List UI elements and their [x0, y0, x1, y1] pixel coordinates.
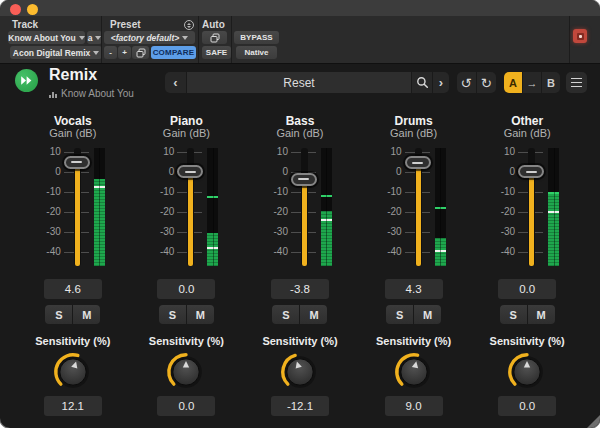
safe-button[interactable]: SAFE: [202, 46, 231, 59]
sensitivity-knob[interactable]: [52, 351, 94, 393]
window-titlebar: [0, 0, 600, 16]
gain-fader-area: 100-10-20-30-40: [152, 148, 220, 266]
auto-section-label: Auto: [202, 19, 225, 30]
gain-scale-label: 0: [493, 167, 515, 177]
menu-button[interactable]: [566, 72, 587, 93]
gain-scale-label: 0: [380, 167, 402, 177]
plugin-selector[interactable]: Acon Digital Remix: [10, 46, 102, 59]
preset-prev-button[interactable]: -: [104, 46, 117, 59]
ab-compare-group: A → B: [504, 72, 560, 93]
gain-scale-label: 10: [493, 147, 515, 157]
sensitivity-value-field[interactable]: 0.0: [498, 396, 556, 416]
mute-button[interactable]: M: [73, 305, 100, 324]
track-levels-icon: [49, 92, 57, 99]
gain-value-field[interactable]: 4.6: [44, 279, 102, 299]
undo-icon: ↺: [461, 75, 472, 91]
sensitivity-knob[interactable]: [165, 351, 207, 393]
sensitivity-value-field[interactable]: -12.1: [271, 396, 329, 416]
next-preset-button[interactable]: ›: [433, 72, 449, 93]
mute-button[interactable]: M: [300, 305, 327, 324]
ab-slot-b-button[interactable]: B: [542, 72, 560, 93]
chevron-down-icon: [182, 36, 188, 40]
toolbar-separator: [569, 16, 570, 63]
gain-label: Gain (dB): [276, 127, 323, 140]
sensitivity-label: Sensitivity (%): [262, 335, 337, 348]
redo-icon: ↻: [481, 75, 492, 91]
mute-button[interactable]: M: [528, 305, 555, 324]
toolbar-separator: [101, 16, 102, 63]
mute-button[interactable]: M: [414, 305, 441, 324]
sensitivity-knob[interactable]: [506, 351, 548, 393]
search-button[interactable]: [412, 72, 432, 93]
preset-name-field[interactable]: Reset: [187, 72, 411, 93]
gain-scale-label: 10: [152, 147, 174, 157]
preset-selector[interactable]: <factory default>: [104, 31, 195, 44]
gain-fader-area: 100-10-20-30-40: [39, 148, 107, 266]
red-status-icon[interactable]: [573, 29, 587, 43]
level-meter-divider: [554, 148, 555, 266]
red-status-inner: [577, 33, 584, 40]
level-meter: [94, 148, 105, 266]
strip-title: Other: [511, 114, 543, 127]
knob-icon: [506, 351, 548, 393]
solo-button[interactable]: S: [500, 305, 527, 324]
automation-mode-selector[interactable]: a: [87, 31, 102, 44]
gain-scale-label: -30: [493, 227, 515, 237]
gain-fader-handle[interactable]: [177, 165, 203, 178]
gain-fader-handle[interactable]: [64, 156, 90, 169]
prev-preset-button[interactable]: ‹: [165, 72, 186, 93]
solo-button[interactable]: S: [386, 305, 413, 324]
gain-scale-label: -30: [266, 227, 288, 237]
resize-handle[interactable]: [587, 415, 600, 428]
solo-button[interactable]: S: [45, 305, 72, 324]
ab-slot-a-button[interactable]: A: [504, 72, 522, 93]
sensitivity-knob[interactable]: [279, 351, 321, 393]
copy-icon: [136, 48, 146, 58]
strip-title: Drums: [395, 114, 433, 127]
sensitivity-value-field[interactable]: 12.1: [44, 396, 102, 416]
strip-title: Piano: [170, 114, 203, 127]
gain-value-field[interactable]: 0.0: [498, 279, 556, 299]
compare-button[interactable]: COMPARE: [151, 46, 196, 59]
automation-copy-button[interactable]: [202, 31, 227, 44]
solo-button[interactable]: S: [159, 305, 186, 324]
plugin-window: Track Preset Auto Know About You a Acon …: [0, 0, 600, 428]
chevron-down-icon: [79, 36, 85, 40]
channel-strips: Vocals Gain (dB) 100-10-20-30-40 4.6 S M…: [16, 110, 584, 416]
gain-scale-label: 10: [266, 147, 288, 157]
preset-menu-icon[interactable]: [184, 20, 194, 30]
sensitivity-label: Sensitivity (%): [35, 335, 110, 348]
track-section-label: Track: [12, 19, 38, 30]
undo-button[interactable]: ↺: [457, 72, 476, 93]
gain-fader-handle[interactable]: [518, 165, 544, 178]
gain-scale-label: -20: [266, 207, 288, 217]
gain-value-field[interactable]: -3.8: [271, 279, 329, 299]
minimize-window-icon[interactable]: [27, 4, 38, 15]
level-meter-divider: [213, 148, 214, 266]
gain-fader-handle[interactable]: [405, 156, 431, 169]
gain-scale-label: -40: [39, 247, 61, 257]
sensitivity-value-field[interactable]: 9.0: [385, 396, 443, 416]
gain-fader-handle[interactable]: [291, 173, 317, 186]
gain-scale-label: 10: [39, 147, 61, 157]
preset-section-label: Preset: [110, 19, 141, 30]
gain-label: Gain (dB): [49, 127, 96, 140]
bypass-button[interactable]: BYPASS: [234, 31, 279, 44]
native-button[interactable]: Native: [236, 46, 277, 59]
sensitivity-value-field[interactable]: 0.0: [157, 396, 215, 416]
search-icon: [416, 76, 429, 89]
solo-button[interactable]: S: [272, 305, 299, 324]
ab-copy-button[interactable]: →: [523, 72, 541, 93]
redo-button[interactable]: ↻: [477, 72, 496, 93]
solo-mute-group: S M: [500, 305, 555, 324]
gain-value-field[interactable]: 4.3: [385, 279, 443, 299]
sensitivity-knob[interactable]: [393, 351, 435, 393]
gain-scale-label: -10: [39, 187, 61, 197]
gain-value-field[interactable]: 0.0: [157, 279, 215, 299]
copy-preset-button[interactable]: [132, 46, 149, 59]
gain-scale-label: -30: [380, 227, 402, 237]
track-selector[interactable]: Know About You: [8, 31, 85, 44]
mute-button[interactable]: M: [187, 305, 214, 324]
preset-next-button[interactable]: +: [118, 46, 131, 59]
close-window-icon[interactable]: [10, 4, 21, 15]
